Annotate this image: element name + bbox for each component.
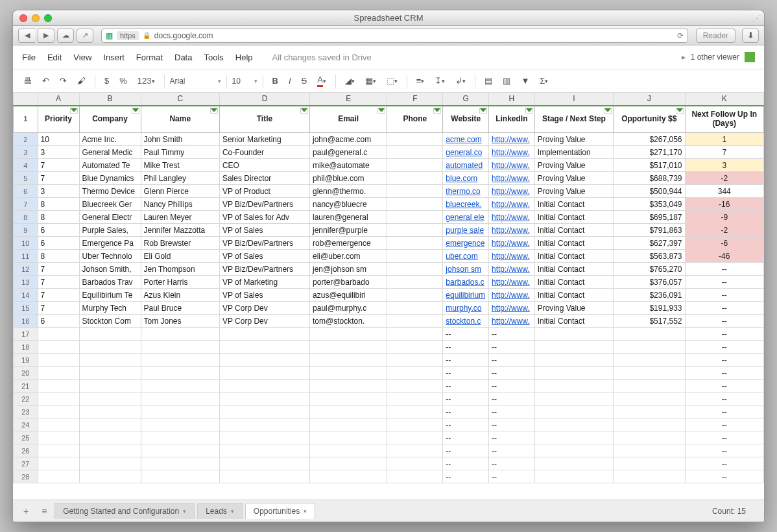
cell[interactable]: -- (489, 380, 535, 393)
cell[interactable]: nancy@bluecre (310, 198, 387, 211)
cell[interactable]: -- (685, 444, 764, 457)
cell[interactable]: Proving Value (534, 172, 613, 185)
row-header[interactable]: 3 (14, 146, 38, 159)
cell[interactable]: Equilibirium Te (79, 289, 141, 302)
cell[interactable]: 7 (38, 276, 79, 289)
cell[interactable]: Senior Marketing (219, 133, 309, 146)
cell[interactable]: 7 (38, 302, 79, 315)
cell-linkedin[interactable]: http://www. (489, 276, 535, 289)
cell[interactable]: -- (443, 341, 489, 354)
cell[interactable] (387, 237, 443, 250)
row-header[interactable]: 27 (14, 457, 38, 470)
cell[interactable]: -- (489, 354, 535, 367)
cell[interactable]: VP of Sales (219, 289, 309, 302)
cell[interactable]: Phil Langley (141, 172, 219, 185)
cell[interactable]: -- (685, 418, 764, 431)
cell[interactable]: -- (443, 328, 489, 341)
cell[interactable]: VP of Sales (219, 224, 309, 237)
cell[interactable]: -- (489, 470, 535, 483)
cell[interactable]: -- (489, 431, 535, 444)
row-header[interactable]: 12 (14, 263, 38, 276)
cell[interactable]: Automated Te (79, 159, 141, 172)
cell[interactable] (387, 224, 443, 237)
row-header[interactable]: 13 (14, 276, 38, 289)
menu-edit[interactable]: Edit (47, 53, 62, 62)
cell[interactable] (387, 250, 443, 263)
cell[interactable]: Implementation (534, 146, 613, 159)
cell[interactable]: Paul Bruce (141, 302, 219, 315)
table-row[interactable]: 21 -- -- -- (14, 380, 764, 393)
cell[interactable]: -- (685, 457, 764, 470)
spreadsheet-grid[interactable]: ABCDEFGHIJK1 Priority Company Name Title… (13, 92, 764, 500)
cell-followup[interactable]: 3 (685, 159, 764, 172)
cell[interactable]: Proving Value (534, 185, 613, 198)
menu-format[interactable]: Format (136, 53, 163, 62)
cell[interactable]: Bluecreek Ger (79, 198, 141, 211)
table-row[interactable]: 6 3 Thermo Device Glenn Pierce VP of Pro… (14, 185, 764, 198)
header-cell[interactable]: Priority (38, 106, 79, 133)
cell[interactable]: -- (443, 367, 489, 380)
cell[interactable]: paul@general.c (310, 146, 387, 159)
table-row[interactable]: 17 -- -- -- (14, 328, 764, 341)
column-header[interactable]: C (141, 93, 219, 106)
cell[interactable]: -- (443, 354, 489, 367)
cell-followup[interactable]: 1 (685, 133, 764, 146)
cell[interactable]: Porter Harris (141, 276, 219, 289)
filter-icon[interactable]: ▼ (517, 75, 533, 87)
cell-followup[interactable]: -- (685, 315, 764, 328)
cell-followup[interactable]: -6 (685, 237, 764, 250)
cell[interactable]: -- (489, 405, 535, 418)
align-v-button[interactable]: ↧ ▾ (431, 75, 449, 87)
cell[interactable] (387, 198, 443, 211)
undo-icon[interactable]: ↶ (38, 75, 53, 87)
cell[interactable]: Rob Brewster (141, 237, 219, 250)
menu-help[interactable]: Help (235, 53, 253, 62)
cell[interactable]: General Medic (79, 146, 141, 159)
cell[interactable]: 7 (38, 263, 79, 276)
cell[interactable]: Proving Value (534, 302, 613, 315)
cell[interactable]: 6 (38, 237, 79, 250)
cell[interactable]: VP Biz/Dev/Partners (219, 263, 309, 276)
cell[interactable]: 6 (38, 315, 79, 328)
reader-button[interactable]: Reader (696, 29, 735, 43)
row-header[interactable]: 14 (14, 289, 38, 302)
cell-opportunity[interactable]: $267,056 (614, 133, 685, 146)
row-header[interactable]: 5 (14, 172, 38, 185)
cell-linkedin[interactable]: http://www. (489, 302, 535, 315)
cell[interactable]: Barbados Trav (79, 276, 141, 289)
cell[interactable]: phil@blue.com (310, 172, 387, 185)
cell[interactable]: Glenn Pierce (141, 185, 219, 198)
cell[interactable]: -- (443, 470, 489, 483)
cell[interactable]: eli@uber.com (310, 250, 387, 263)
row-header[interactable]: 7 (14, 198, 38, 211)
cell[interactable]: Initial Contact (534, 289, 613, 302)
cell[interactable]: 8 (38, 211, 79, 224)
cell-website[interactable]: emergence (443, 237, 489, 250)
cell-opportunity[interactable]: $191,933 (614, 302, 685, 315)
cell-website[interactable]: purple sale (443, 224, 489, 237)
table-row[interactable]: 13 7 Barbados Trav Porter Harris VP of M… (14, 276, 764, 289)
row-header[interactable]: 17 (14, 328, 38, 341)
menu-tools[interactable]: Tools (204, 53, 223, 62)
cell[interactable]: VP Corp Dev (219, 302, 309, 315)
cell-linkedin[interactable]: http://www. (489, 159, 535, 172)
header-cell[interactable]: Email (310, 106, 387, 133)
cell-followup[interactable]: -9 (685, 211, 764, 224)
cell-opportunity[interactable]: $695,187 (614, 211, 685, 224)
cell[interactable]: CEO (219, 159, 309, 172)
cell-website[interactable]: thermo.co (443, 185, 489, 198)
cell[interactable]: -- (443, 405, 489, 418)
cell[interactable]: VP of Marketing (219, 276, 309, 289)
cell[interactable]: -- (685, 405, 764, 418)
cell[interactable]: -- (685, 380, 764, 393)
header-cell[interactable]: Title (219, 106, 309, 133)
zoom-button[interactable] (44, 14, 52, 22)
cell[interactable]: Initial Contact (534, 263, 613, 276)
cell[interactable]: -- (685, 431, 764, 444)
reload-icon[interactable]: ⟳ (677, 31, 684, 40)
header-cell[interactable]: Website (443, 106, 489, 133)
functions-button[interactable]: Σ ▾ (536, 75, 552, 87)
row-header[interactable]: 1 (14, 106, 38, 133)
cell[interactable]: Initial Contact (534, 315, 613, 328)
cell[interactable] (387, 185, 443, 198)
